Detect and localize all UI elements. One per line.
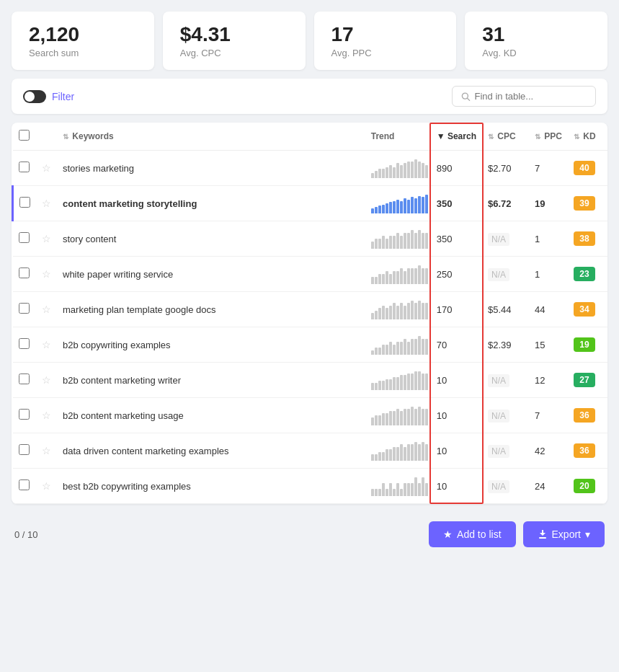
trend-bar (393, 271, 396, 284)
kd-cell: 19 (568, 327, 607, 363)
trend-bar (386, 308, 388, 319)
favorite-star-icon[interactable]: ☆ (42, 410, 51, 421)
trend-bar (418, 196, 421, 213)
stat-value-avg-kd: 31 (482, 23, 590, 46)
search-value: 70 (437, 340, 447, 350)
cpc-header[interactable]: ⇅ CPC (482, 123, 529, 151)
keyword-text: content marketing storytelling (63, 198, 197, 209)
trend-bar (418, 265, 421, 284)
trend-bar (378, 381, 381, 390)
row-star-cell: ☆ (36, 186, 57, 221)
row-star-cell: ☆ (36, 257, 57, 292)
cpc-cell: $2.39 (482, 327, 529, 363)
export-button[interactable]: Export ▾ (523, 521, 605, 547)
trend-bar (407, 342, 410, 355)
keyword-text: white paper writing service (63, 269, 173, 280)
favorite-star-icon[interactable]: ☆ (42, 339, 51, 350)
trend-bar (422, 339, 424, 355)
trend-bar (407, 233, 410, 249)
kd-header[interactable]: ⇅ KD (568, 123, 607, 151)
trend-bar (396, 377, 399, 390)
add-to-list-button[interactable]: ★ Add to list (429, 521, 515, 547)
toolbar: Filter (12, 79, 607, 114)
cpc-na: N/A (488, 445, 509, 458)
trend-bar (425, 195, 428, 213)
trend-bar (396, 200, 399, 213)
trend-bar (400, 444, 403, 461)
stat-label-avg-kd: Avg. KD (482, 48, 590, 58)
trend-bar (411, 373, 414, 390)
trend-bar (375, 277, 378, 284)
table-search-input[interactable] (475, 91, 587, 102)
trend-bar (382, 236, 385, 249)
stat-label-avg-cpc: Avg. CPC (180, 48, 288, 58)
favorite-star-icon[interactable]: ☆ (42, 374, 51, 386)
row-check-cell (13, 398, 37, 433)
filter-toggle[interactable]: Filter (23, 90, 74, 103)
trend-bar (386, 239, 388, 249)
trend-bar (371, 383, 374, 390)
row-checkbox[interactable] (19, 268, 30, 278)
table-row: ☆ stories marketing 890 $2.70 7 40 (13, 151, 608, 186)
ppc-header[interactable]: ⇅ PPC (529, 123, 568, 151)
row-checkbox[interactable] (19, 479, 30, 490)
row-checkbox[interactable] (19, 162, 30, 172)
trend-bar (378, 415, 381, 425)
kd-cell: 38 (568, 221, 607, 257)
trend-bar (371, 208, 374, 213)
row-checkbox[interactable] (19, 373, 30, 384)
table-row: ☆ story content 350 N/A 1 38 (13, 221, 608, 257)
search-icon (461, 92, 471, 102)
trend-bar (382, 452, 385, 461)
table-search-box[interactable] (452, 86, 596, 107)
select-all-checkbox[interactable] (19, 130, 30, 141)
row-star-cell: ☆ (36, 363, 57, 398)
stat-card-search-sum: 2,120 Search sum (12, 12, 154, 70)
keywords-header[interactable]: ⇅ Keywords (57, 123, 365, 151)
row-checkbox[interactable] (19, 232, 30, 243)
table-container: ⇅ Keywords Trend ▼ Search ⇅ CPC ⇅ PPC (12, 123, 607, 504)
search-value: 10 (437, 481, 447, 492)
trend-bar (404, 447, 406, 461)
keyword-cell: b2b content marketing usage (57, 398, 365, 433)
row-checkbox[interactable] (19, 197, 30, 208)
trend-bar (407, 268, 410, 284)
stat-card-avg-cpc: $4.31 Avg. CPC (163, 12, 306, 70)
trend-bar (382, 345, 385, 355)
row-checkbox[interactable] (19, 338, 30, 349)
kd-cell: 36 (568, 398, 607, 433)
favorite-star-icon[interactable]: ☆ (42, 268, 51, 280)
trend-bar (404, 339, 406, 355)
favorite-star-icon[interactable]: ☆ (42, 445, 51, 456)
table-body: ☆ stories marketing 890 $2.70 7 40 (13, 151, 608, 504)
trend-bar (393, 411, 396, 425)
filter-label[interactable]: Filter (52, 91, 74, 102)
toggle-switch[interactable] (23, 90, 46, 103)
favorite-star-icon[interactable]: ☆ (42, 198, 51, 209)
kd-badge: 36 (574, 443, 595, 458)
keyword-text: marketing plan template google docs (63, 304, 215, 315)
cpc-na: N/A (488, 268, 509, 281)
favorite-star-icon[interactable]: ☆ (42, 162, 51, 174)
row-checkbox[interactable] (19, 409, 30, 420)
row-checkbox[interactable] (19, 444, 30, 455)
favorite-star-icon[interactable]: ☆ (42, 233, 51, 244)
svg-line-1 (467, 98, 469, 100)
favorite-star-icon[interactable]: ☆ (42, 304, 51, 315)
trend-bar (404, 198, 406, 213)
row-check-cell (13, 221, 37, 257)
trend-bar (378, 239, 381, 249)
cpc-value: $5.44 (488, 304, 512, 315)
trend-bar (375, 383, 378, 390)
kd-cell: 36 (568, 433, 607, 469)
trend-bar (400, 489, 403, 496)
row-checkbox[interactable] (19, 303, 30, 314)
keyword-cell: data driven content marketing examples (57, 433, 365, 469)
table-row: ☆ b2b content marketing usage 10 N/A 7 3… (13, 398, 608, 433)
trend-bar (414, 268, 417, 284)
search-cell: 350 (431, 186, 482, 221)
favorite-star-icon[interactable]: ☆ (42, 480, 51, 492)
search-header[interactable]: ▼ Search (431, 123, 482, 151)
select-all-header[interactable] (13, 123, 37, 151)
trend-bar (414, 442, 417, 461)
